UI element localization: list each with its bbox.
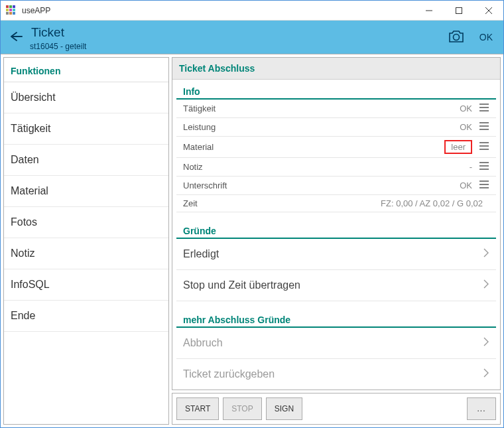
info-value: FZ: 0,00 / AZ 0,02 / G 0,02 (381, 198, 483, 208)
reason-row[interactable]: Erledigt (176, 239, 496, 270)
info-row: Notiz- (176, 158, 496, 177)
info-label: Leistung (183, 122, 460, 132)
info-label: Material (183, 142, 444, 152)
svg-rect-2 (13, 5, 15, 8)
close-button[interactable] (473, 1, 503, 21)
ok-button[interactable]: OK (475, 32, 497, 42)
svg-rect-7 (9, 12, 12, 15)
sidebar-heading: Funktionen (4, 58, 168, 82)
sidebar-item[interactable]: Tätigkeit (4, 113, 168, 145)
svg-rect-3 (6, 9, 9, 11)
reason-row[interactable]: Abbruch (176, 328, 496, 359)
chevron-right-icon (483, 368, 489, 380)
window-controls (414, 1, 503, 21)
info-value: OK (460, 104, 472, 113)
info-value: leer (444, 140, 472, 154)
header-bar: Ticket st16045 - geteilt OK (1, 21, 503, 54)
menu-icon[interactable] (479, 121, 489, 133)
menu-icon[interactable] (479, 141, 489, 153)
info-row: ZeitFZ: 0,00 / AZ 0,02 / G 0,02 (176, 195, 496, 212)
info-row: TätigkeitOK (176, 100, 496, 118)
svg-rect-1 (9, 5, 12, 8)
svg-rect-10 (456, 7, 462, 13)
svg-rect-8 (13, 12, 15, 15)
reason-label: Erledigt (183, 248, 483, 260)
main-panel: Ticket Abschluss Info TätigkeitOKLeistun… (172, 57, 501, 425)
svg-rect-0 (6, 5, 9, 8)
sidebar-item[interactable]: Fotos (4, 207, 168, 238)
section-reasons-heading: Gründe (176, 219, 496, 239)
reason-label: Ticket zurückgeben (183, 368, 483, 380)
camera-icon[interactable] (448, 28, 475, 47)
page-subtitle: st16045 - geteilt (30, 42, 448, 51)
section-more-heading: mehr Abschluss Gründe (176, 308, 496, 328)
maximize-button[interactable] (444, 1, 473, 21)
section-info-heading: Info (176, 80, 496, 100)
back-icon[interactable] (7, 29, 30, 46)
reason-label: Stop und Zeit übertragen (183, 279, 483, 291)
main-scroll: Ticket Abschluss Info TätigkeitOKLeistun… (172, 57, 501, 390)
start-button[interactable]: START (176, 397, 219, 420)
sidebar-item[interactable]: Übersicht (4, 82, 168, 113)
titlebar: useAPP (1, 1, 503, 21)
sidebar-item[interactable]: InfoSQL (4, 269, 168, 301)
info-row: LeistungOK (176, 118, 496, 137)
svg-point-13 (453, 34, 459, 40)
body: Funktionen ÜbersichtTätigkeitDatenMateri… (1, 54, 503, 427)
info-row: Materialleer (176, 137, 496, 158)
more-button[interactable]: ... (467, 397, 496, 420)
info-value: OK (460, 122, 472, 132)
svg-rect-4 (9, 9, 12, 11)
header-titles: Ticket st16045 - geteilt (30, 23, 448, 51)
stop-button[interactable]: STOP (223, 397, 261, 420)
info-label: Unterschrift (183, 180, 460, 190)
svg-rect-5 (13, 9, 15, 11)
info-value: OK (460, 180, 472, 190)
info-row: UnterschriftOK (176, 177, 496, 195)
app-window: useAPP Ticket st16045 - geteilt OK Funkt… (0, 0, 504, 428)
minimize-button[interactable] (414, 1, 444, 21)
sidebar-item[interactable]: Ende (4, 301, 168, 332)
info-label: Zeit (183, 198, 381, 208)
panel-title: Ticket Abschluss (172, 58, 500, 80)
sidebar-item[interactable]: Notiz (4, 238, 168, 269)
sidebar-item[interactable]: Material (4, 176, 168, 207)
info-label: Notiz (183, 162, 470, 172)
menu-icon[interactable] (479, 103, 489, 114)
chevron-right-icon (483, 279, 489, 291)
chevron-right-icon (483, 248, 489, 260)
sidebar: Funktionen ÜbersichtTätigkeitDatenMateri… (3, 57, 169, 425)
reason-row[interactable]: Stop und Zeit übertragen (176, 270, 496, 301)
reason-label: Abbruch (183, 337, 483, 349)
sign-button[interactable]: SIGN (266, 397, 302, 420)
page-title: Ticket (31, 26, 445, 40)
menu-icon[interactable] (479, 180, 489, 191)
svg-rect-6 (6, 12, 9, 15)
spacer (306, 397, 463, 420)
info-label: Tätigkeit (183, 104, 460, 113)
app-icon (6, 5, 17, 16)
app-title: useAPP (22, 6, 414, 15)
reason-row[interactable]: Ticket zurückgeben (176, 359, 496, 390)
sidebar-item[interactable]: Daten (4, 145, 168, 176)
chevron-right-icon (483, 337, 489, 349)
menu-icon[interactable] (479, 161, 489, 173)
bottom-bar: START STOP SIGN ... (172, 393, 501, 425)
info-value: - (470, 162, 472, 172)
